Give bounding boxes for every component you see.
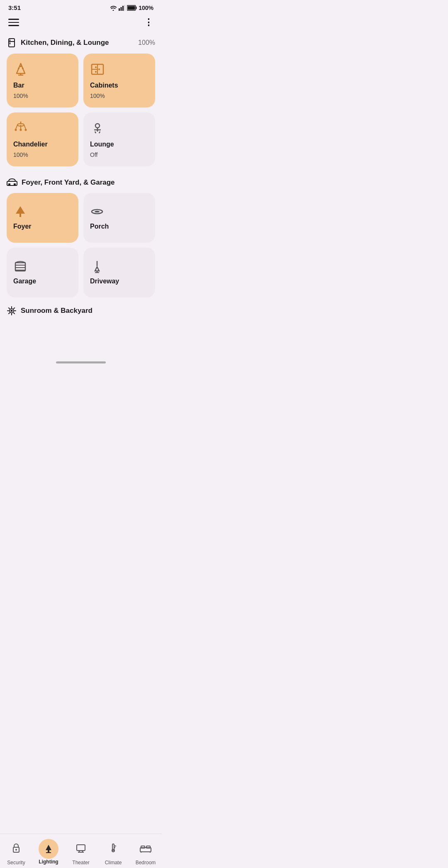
svg-point-29 bbox=[20, 129, 22, 131]
foyer-section-icon bbox=[7, 178, 17, 187]
svg-point-60 bbox=[11, 310, 13, 312]
svg-rect-1 bbox=[121, 7, 122, 11]
svg-point-16 bbox=[22, 68, 24, 69]
kitchen-section-icon bbox=[7, 38, 17, 48]
driveway-icon bbox=[90, 259, 104, 273]
top-bar: ⋮ bbox=[0, 14, 162, 34]
bar-device-name: Bar bbox=[13, 82, 72, 89]
porch-device-name: Porch bbox=[90, 223, 109, 230]
porch-icon bbox=[90, 205, 104, 219]
cabinets-device-name: Cabinets bbox=[90, 82, 149, 89]
bar-device-card[interactable]: Bar 100% bbox=[7, 54, 78, 107]
cabinets-device-status: 100% bbox=[90, 93, 149, 99]
svg-line-57 bbox=[14, 313, 15, 314]
foyer-section-title: Foyer, Front Yard, & Garage bbox=[22, 178, 115, 187]
kitchen-device-grid: Bar 100% Cabinets 100% bbox=[7, 54, 155, 166]
more-options-button[interactable]: ⋮ bbox=[144, 17, 153, 28]
lounge-icon bbox=[90, 121, 105, 136]
garage-device-name: Garage bbox=[13, 278, 36, 285]
svg-point-20 bbox=[95, 66, 97, 68]
bar-icon bbox=[13, 62, 28, 77]
svg-rect-2 bbox=[122, 6, 124, 11]
foyer-device-grid: Foyer Porch Garage bbox=[7, 193, 155, 297]
signal-icon bbox=[119, 5, 125, 11]
svg-marker-39 bbox=[16, 206, 25, 214]
lounge-device-name: Lounge bbox=[90, 141, 149, 148]
svg-point-30 bbox=[25, 129, 27, 131]
driveway-device-name: Driveway bbox=[90, 278, 119, 285]
svg-rect-40 bbox=[19, 214, 21, 217]
sunroom-section-title: Sunroom & Backyard bbox=[21, 307, 93, 315]
lounge-device-card[interactable]: Lounge Off bbox=[83, 112, 155, 166]
svg-line-34 bbox=[95, 132, 96, 133]
chandelier-device-name: Chandelier bbox=[13, 141, 72, 148]
bar-device-status: 100% bbox=[13, 93, 72, 99]
battery-icon bbox=[127, 5, 137, 11]
svg-rect-38 bbox=[14, 183, 16, 185]
svg-rect-3 bbox=[124, 5, 126, 11]
kitchen-section-percent: 100% bbox=[138, 39, 155, 46]
svg-point-21 bbox=[95, 71, 97, 73]
garage-device-card[interactable]: Garage bbox=[7, 248, 78, 297]
svg-line-35 bbox=[99, 132, 100, 133]
kitchen-section-title: Kitchen, Dining, & Lounge bbox=[21, 39, 109, 47]
svg-point-15 bbox=[20, 66, 22, 67]
svg-point-42 bbox=[95, 211, 100, 212]
wifi-icon bbox=[110, 5, 117, 11]
driveway-device-card[interactable]: Driveway bbox=[83, 248, 155, 297]
status-bar: 3:51 100% bbox=[0, 0, 162, 14]
sunroom-section-header: Sunroom & Backyard bbox=[7, 306, 155, 316]
svg-rect-6 bbox=[128, 6, 135, 10]
svg-point-14 bbox=[18, 68, 19, 69]
svg-point-22 bbox=[98, 68, 100, 70]
home-indicator bbox=[56, 361, 106, 363]
porch-device-card[interactable]: Porch bbox=[83, 193, 155, 243]
cabinets-device-card[interactable]: Cabinets 100% bbox=[83, 54, 155, 107]
lounge-device-status: Off bbox=[90, 151, 149, 158]
svg-point-28 bbox=[15, 129, 17, 131]
svg-rect-0 bbox=[119, 8, 120, 11]
chandelier-device-status: 100% bbox=[13, 151, 72, 158]
garage-icon bbox=[13, 259, 27, 273]
battery-percent: 100% bbox=[139, 5, 153, 11]
foyer-device-name: Foyer bbox=[13, 223, 32, 230]
svg-rect-37 bbox=[8, 183, 10, 185]
svg-line-25 bbox=[16, 125, 17, 129]
sunroom-section-icon bbox=[7, 306, 17, 316]
foyer-device-card[interactable]: Foyer bbox=[7, 193, 78, 243]
time: 3:51 bbox=[8, 4, 21, 11]
foyer-lamp-icon bbox=[13, 205, 27, 219]
main-content: Kitchen, Dining, & Lounge 100% Bar 100% bbox=[0, 38, 162, 359]
hamburger-menu-button[interactable] bbox=[8, 19, 19, 26]
svg-line-56 bbox=[9, 308, 10, 309]
svg-point-31 bbox=[95, 124, 100, 128]
svg-line-58 bbox=[14, 308, 15, 309]
chandelier-icon bbox=[13, 121, 28, 136]
kitchen-section-header: Kitchen, Dining, & Lounge 100% bbox=[7, 38, 155, 48]
status-icons: 100% bbox=[110, 5, 153, 11]
svg-line-27 bbox=[24, 125, 26, 129]
svg-marker-48 bbox=[95, 267, 99, 271]
svg-line-59 bbox=[9, 313, 10, 314]
chandelier-device-card[interactable]: Chandelier 100% bbox=[7, 112, 78, 166]
svg-rect-5 bbox=[136, 7, 137, 9]
cabinets-icon bbox=[90, 62, 105, 77]
foyer-section-header: Foyer, Front Yard, & Garage bbox=[7, 178, 155, 187]
